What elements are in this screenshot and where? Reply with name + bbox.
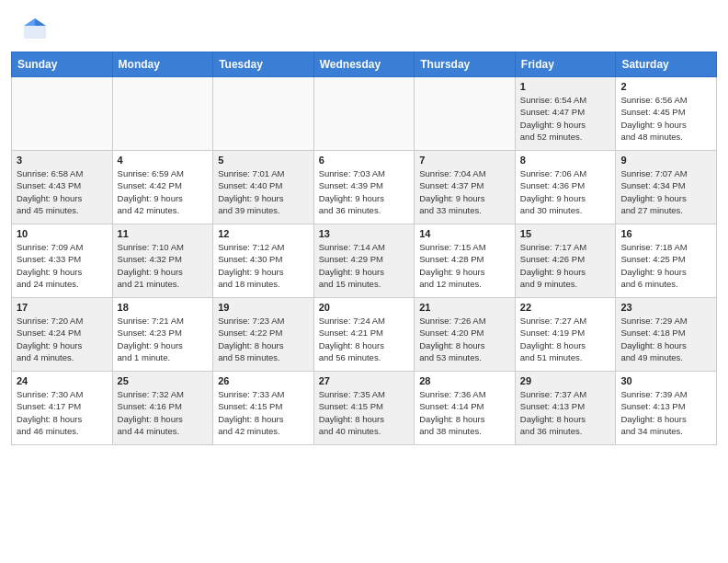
day-number: 1 (520, 81, 611, 92)
day-number: 28 (419, 375, 510, 386)
day-info: Sunrise: 7:17 AM Sunset: 4:26 PM Dayligh… (520, 241, 611, 290)
day-number: 27 (319, 375, 410, 386)
calendar-table: SundayMondayTuesdayWednesdayThursdayFrid… (11, 52, 717, 445)
day-number: 25 (118, 375, 209, 386)
day-number: 17 (17, 302, 108, 313)
day-info: Sunrise: 7:29 AM Sunset: 4:18 PM Dayligh… (620, 315, 711, 363)
day-number: 4 (118, 155, 209, 166)
calendar-week-2: 3Sunrise: 6:58 AM Sunset: 4:43 PM Daylig… (12, 151, 717, 224)
calendar-cell: 14Sunrise: 7:15 AM Sunset: 4:28 PM Dayli… (415, 224, 516, 298)
day-number: 13 (319, 228, 410, 239)
day-info: Sunrise: 7:09 AM Sunset: 4:33 PM Dayligh… (17, 241, 108, 290)
day-info: Sunrise: 7:35 AM Sunset: 4:15 PM Dayligh… (319, 388, 410, 437)
day-number: 21 (419, 302, 510, 313)
day-info: Sunrise: 7:24 AM Sunset: 4:21 PM Dayligh… (319, 315, 410, 363)
day-info: Sunrise: 7:33 AM Sunset: 4:15 PM Dayligh… (218, 388, 309, 437)
day-number: 10 (17, 228, 108, 239)
day-number: 22 (520, 302, 611, 313)
weekday-row: SundayMondayTuesdayWednesdayThursdayFrid… (12, 52, 717, 77)
weekday-header-monday: Monday (112, 52, 213, 77)
calendar-cell: 17Sunrise: 7:20 AM Sunset: 4:24 PM Dayli… (12, 298, 113, 372)
calendar-cell: 24Sunrise: 7:30 AM Sunset: 4:17 PM Dayli… (12, 372, 113, 445)
svg-marker-1 (35, 18, 46, 26)
day-info: Sunrise: 7:10 AM Sunset: 4:32 PM Dayligh… (118, 241, 209, 290)
day-number: 29 (520, 375, 611, 386)
day-number: 9 (620, 155, 711, 166)
calendar-cell: 8Sunrise: 7:06 AM Sunset: 4:36 PM Daylig… (515, 151, 616, 224)
calendar-week-1: 1Sunrise: 6:54 AM Sunset: 4:47 PM Daylig… (12, 77, 717, 151)
day-number: 16 (620, 228, 711, 239)
calendar-cell: 13Sunrise: 7:14 AM Sunset: 4:29 PM Dayli… (313, 224, 415, 298)
day-number: 18 (118, 302, 209, 313)
calendar-cell: 21Sunrise: 7:26 AM Sunset: 4:20 PM Dayli… (415, 298, 516, 372)
day-info: Sunrise: 7:01 AM Sunset: 4:40 PM Dayligh… (218, 167, 309, 216)
calendar-week-4: 17Sunrise: 7:20 AM Sunset: 4:24 PM Dayli… (12, 298, 717, 372)
day-info: Sunrise: 7:18 AM Sunset: 4:25 PM Dayligh… (620, 241, 711, 290)
day-info: Sunrise: 7:23 AM Sunset: 4:22 PM Dayligh… (218, 315, 309, 363)
day-number: 3 (17, 155, 108, 166)
weekday-header-wednesday: Wednesday (313, 52, 415, 77)
weekday-header-friday: Friday (515, 52, 616, 77)
calendar-cell: 30Sunrise: 7:39 AM Sunset: 4:13 PM Dayli… (616, 372, 717, 445)
calendar-cell: 4Sunrise: 6:59 AM Sunset: 4:42 PM Daylig… (112, 151, 213, 224)
day-info: Sunrise: 6:56 AM Sunset: 4:45 PM Dayligh… (620, 94, 711, 143)
day-info: Sunrise: 7:14 AM Sunset: 4:29 PM Dayligh… (319, 241, 410, 290)
day-number: 6 (319, 155, 410, 166)
calendar-cell (415, 77, 516, 151)
day-info: Sunrise: 7:21 AM Sunset: 4:23 PM Dayligh… (118, 315, 209, 363)
day-info: Sunrise: 6:59 AM Sunset: 4:42 PM Dayligh… (118, 167, 209, 216)
day-number: 24 (17, 375, 108, 386)
day-number: 8 (520, 155, 611, 166)
weekday-header-sunday: Sunday (12, 52, 113, 77)
day-info: Sunrise: 7:30 AM Sunset: 4:17 PM Dayligh… (17, 388, 108, 437)
calendar-cell (12, 77, 113, 151)
calendar-week-5: 24Sunrise: 7:30 AM Sunset: 4:17 PM Dayli… (12, 372, 717, 445)
day-info: Sunrise: 7:06 AM Sunset: 4:36 PM Dayligh… (520, 167, 611, 216)
calendar-cell: 23Sunrise: 7:29 AM Sunset: 4:18 PM Dayli… (616, 298, 717, 372)
day-number: 2 (620, 81, 711, 92)
day-number: 14 (419, 228, 510, 239)
day-number: 11 (118, 228, 209, 239)
calendar-cell (112, 77, 213, 151)
day-info: Sunrise: 6:58 AM Sunset: 4:43 PM Dayligh… (17, 167, 108, 216)
day-info: Sunrise: 7:07 AM Sunset: 4:34 PM Dayligh… (620, 167, 711, 216)
calendar-cell: 9Sunrise: 7:07 AM Sunset: 4:34 PM Daylig… (616, 151, 717, 224)
day-number: 5 (218, 155, 309, 166)
day-number: 26 (218, 375, 309, 386)
calendar-cell: 22Sunrise: 7:27 AM Sunset: 4:19 PM Dayli… (515, 298, 616, 372)
calendar-cell (213, 77, 314, 151)
weekday-header-thursday: Thursday (415, 52, 516, 77)
day-info: Sunrise: 7:03 AM Sunset: 4:39 PM Dayligh… (319, 167, 410, 216)
calendar-cell: 26Sunrise: 7:33 AM Sunset: 4:15 PM Dayli… (213, 372, 314, 445)
calendar-cell: 11Sunrise: 7:10 AM Sunset: 4:32 PM Dayli… (112, 224, 213, 298)
day-number: 15 (520, 228, 611, 239)
day-info: Sunrise: 7:12 AM Sunset: 4:30 PM Dayligh… (218, 241, 309, 290)
day-number: 19 (218, 302, 309, 313)
calendar-cell: 5Sunrise: 7:01 AM Sunset: 4:40 PM Daylig… (213, 151, 314, 224)
day-info: Sunrise: 7:37 AM Sunset: 4:13 PM Dayligh… (520, 388, 611, 437)
calendar-header: SundayMondayTuesdayWednesdayThursdayFrid… (12, 52, 717, 77)
calendar-cell: 7Sunrise: 7:04 AM Sunset: 4:37 PM Daylig… (415, 151, 516, 224)
calendar-cell: 28Sunrise: 7:36 AM Sunset: 4:14 PM Dayli… (415, 372, 516, 445)
day-info: Sunrise: 6:54 AM Sunset: 4:47 PM Dayligh… (520, 94, 611, 143)
calendar-cell (313, 77, 415, 151)
day-info: Sunrise: 7:36 AM Sunset: 4:14 PM Dayligh… (419, 388, 510, 437)
day-info: Sunrise: 7:27 AM Sunset: 4:19 PM Dayligh… (520, 315, 611, 363)
calendar-cell: 29Sunrise: 7:37 AM Sunset: 4:13 PM Dayli… (515, 372, 616, 445)
calendar-cell: 15Sunrise: 7:17 AM Sunset: 4:26 PM Dayli… (515, 224, 616, 298)
calendar-cell: 20Sunrise: 7:24 AM Sunset: 4:21 PM Dayli… (313, 298, 415, 372)
day-number: 23 (620, 302, 711, 313)
day-number: 30 (620, 375, 711, 386)
day-info: Sunrise: 7:20 AM Sunset: 4:24 PM Dayligh… (17, 315, 108, 363)
day-info: Sunrise: 7:26 AM Sunset: 4:20 PM Dayligh… (419, 315, 510, 363)
calendar-cell: 6Sunrise: 7:03 AM Sunset: 4:39 PM Daylig… (313, 151, 415, 224)
svg-marker-2 (24, 18, 35, 26)
calendar-cell: 25Sunrise: 7:32 AM Sunset: 4:16 PM Dayli… (112, 372, 213, 445)
calendar-cell: 12Sunrise: 7:12 AM Sunset: 4:30 PM Dayli… (213, 224, 314, 298)
calendar-wrapper: SundayMondayTuesdayWednesdayThursdayFrid… (0, 52, 728, 456)
calendar-cell: 2Sunrise: 6:56 AM Sunset: 4:45 PM Daylig… (616, 77, 717, 151)
weekday-header-saturday: Saturday (616, 52, 717, 77)
day-number: 7 (419, 155, 510, 166)
logo-icon (22, 17, 48, 42)
calendar-week-3: 10Sunrise: 7:09 AM Sunset: 4:33 PM Dayli… (12, 224, 717, 298)
